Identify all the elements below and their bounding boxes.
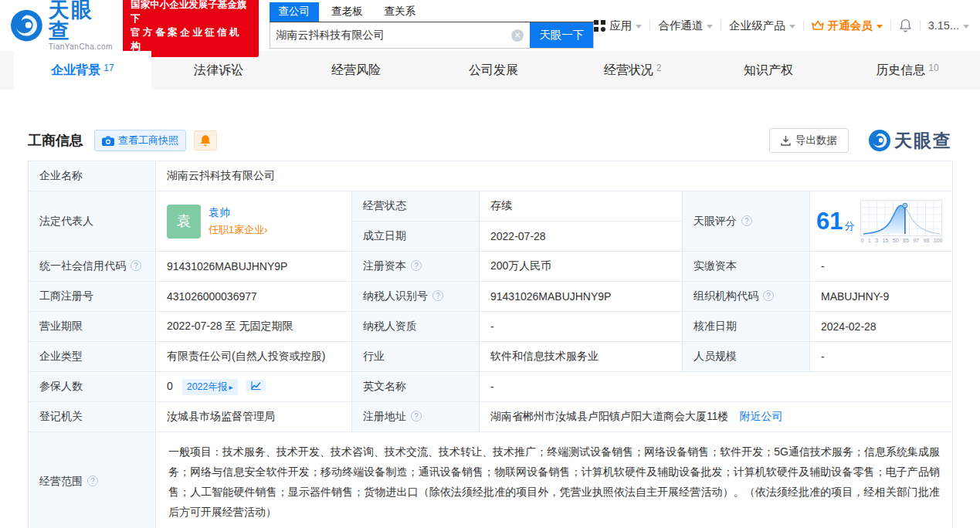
table-row: 登记机关 汝城县市场监督管理局 注册地址? 湖南省郴州市汝城县卢阳镇卢阳大道商会… [29,402,953,432]
help-icon[interactable]: ? [87,476,98,486]
crown-icon [812,20,824,31]
alert-bell-icon [200,134,211,147]
business-info-header: 工商信息 查看工商快照 导出数据 天眼查 [28,128,952,153]
legal-rep-name-link[interactable]: 袁帅 [209,206,268,220]
tab-legal-proceedings[interactable]: 法律诉讼 [151,51,289,90]
tab-label: 公司发展 [469,63,518,79]
tab-company-background[interactable]: 企业背景 17 [14,51,151,90]
business-scope-label: 经营范围? [29,432,156,528]
play-icon: ▸ [229,383,233,391]
score-number: 61 [816,208,843,235]
score-curve [861,201,941,235]
legal-rep-avatar[interactable]: 袁 [167,205,201,239]
tab-label: 经营风险 [331,63,381,79]
export-data-button[interactable]: 导出数据 [769,128,849,153]
logo-subtitle: TianYanCha.com [49,43,114,51]
snapshot-label: 查看工商快照 [118,134,178,147]
search-button[interactable]: 天眼一下 [530,22,593,48]
search-tabs: 查公司 查老板 查关系 [270,2,595,22]
table-row: 企业名称 湖南云抖科技有限公司 [29,161,953,191]
table-row: 统一社会信用代码? 91431026MABUJHNY9P 注册资本? 200万人… [29,252,953,282]
taxpayer-id-value: 91431026MABUJHNY9P [480,282,683,312]
top-nav: 应用 合作通道 企业级产品 开通会员 3.15... [594,19,969,33]
chevron-right-icon: › [264,224,267,235]
watermark-logo: 天眼查 [869,129,952,153]
company-type-value: 有限责任公司(自然人投资或控股) [156,342,352,372]
monitor-alert-button[interactable] [194,130,217,151]
industry-label: 行业 [352,342,480,372]
legal-rep-companies-link[interactable]: 任职1家企业› [209,223,268,237]
company-name-value: 湖南云抖科技有限公司 [156,161,953,191]
business-term-label: 营业期限 [29,312,156,342]
company-section-tabs: 企业背景 17 法律诉讼 经营风险 公司发展 经营状况 2 知识产权 历史信息 … [0,51,980,90]
tab-intellectual-property[interactable]: 知识产权 [701,51,839,90]
insured-count-value: 0 [167,380,173,392]
business-snapshot-button[interactable]: 查看工商快照 [94,130,186,151]
legal-rep-cell: 袁 袁帅 任职1家企业› [156,191,352,252]
tianyancha-logo[interactable]: 天眼查 TianYanCha.com [11,0,114,51]
clear-search-icon[interactable]: ✕ [511,29,524,42]
score-unit: 分 [844,220,854,232]
watermark-swirl-icon [869,130,890,151]
nav-apps[interactable]: 应用 [594,19,642,33]
search-input[interactable] [270,22,512,48]
export-label: 导出数据 [795,134,837,147]
established-label: 成立日期 [352,222,480,252]
score-value: 61分 [816,208,854,235]
tab-company-development[interactable]: 公司发展 [426,51,564,90]
insured-count-cell: 0 2022年报▸ [156,372,352,402]
table-row: 法定代表人 袁 袁帅 任职1家企业› 经营状态 存续 天眼评分? 61分 [29,191,953,222]
reg-capital-value: 200万人民币 [480,252,683,282]
taxpayer-quality-label: 纳税人资质 [352,312,480,342]
staff-size-value: - [810,342,953,372]
english-name-value: - [480,372,953,402]
score-cell[interactable]: 61分 [810,191,953,252]
annual-report-label: 2022年报 [187,381,228,394]
divider [803,20,804,31]
tab-operating-status[interactable]: 经营状况 2 [564,51,701,90]
divider [721,20,721,31]
notifications-bell-icon[interactable] [899,19,912,32]
tab-label: 法律诉讼 [194,63,243,79]
status-label: 经营状态 [352,191,480,222]
search-tab-company[interactable]: 查公司 [270,2,320,22]
tab-operation-risk[interactable]: 经营风险 [289,51,426,90]
chevron-down-icon [636,25,642,29]
search-tab-relation[interactable]: 查关系 [375,2,426,22]
help-icon[interactable]: ? [131,260,141,271]
insured-count-label: 参保人数 [29,372,156,402]
registry-label: 登记机关 [29,402,156,432]
trend-chart-badge[interactable] [246,380,266,391]
nav-partner[interactable]: 合作通道 [658,19,713,33]
nav-enterprise[interactable]: 企业级产品 [729,19,795,33]
help-icon[interactable]: ? [763,290,774,301]
tab-history-info[interactable]: 历史信息 10 [839,51,976,90]
tab-count: 2 [656,63,662,73]
credit-code-label: 统一社会信用代码? [29,252,156,282]
reg-number-label: 工商注册号 [29,282,156,312]
staff-size-label: 人员规模 [683,342,810,372]
taxpayer-id-label: 纳税人识别号? [352,282,480,312]
section-title: 工商信息 [28,131,83,150]
tab-label: 知识产权 [744,63,793,79]
approval-date-label: 核准日期 [683,312,810,342]
registry-value: 汝城县市场监督管理局 [156,402,352,432]
nav-vip-label: 开通会员 [828,19,873,33]
address-label: 注册地址? [352,402,480,432]
help-icon[interactable]: ? [411,260,422,271]
user-menu[interactable]: 3.15... [928,19,969,32]
table-row: 营业期限 2022-07-28 至 无固定期限 纳税人资质 - 核准日期 202… [29,312,953,342]
search-tab-boss[interactable]: 查老板 [322,2,372,22]
help-icon[interactable]: ? [411,411,422,421]
line-chart-icon [251,381,261,390]
reg-number-value: 431026000036977 [156,282,352,312]
help-icon[interactable]: ? [432,290,443,301]
nearby-companies-link[interactable]: 附近公司 [739,410,782,422]
approval-date-value: 2024-02-28 [810,312,953,342]
annual-report-badge[interactable]: 2022年报▸ [182,379,238,395]
tab-label: 经营状况 [604,63,653,79]
nav-vip[interactable]: 开通会员 [812,19,883,33]
paid-capital-label: 实缴资本 [683,252,810,282]
apps-grid-icon [594,20,605,32]
help-icon[interactable]: ? [741,215,752,226]
